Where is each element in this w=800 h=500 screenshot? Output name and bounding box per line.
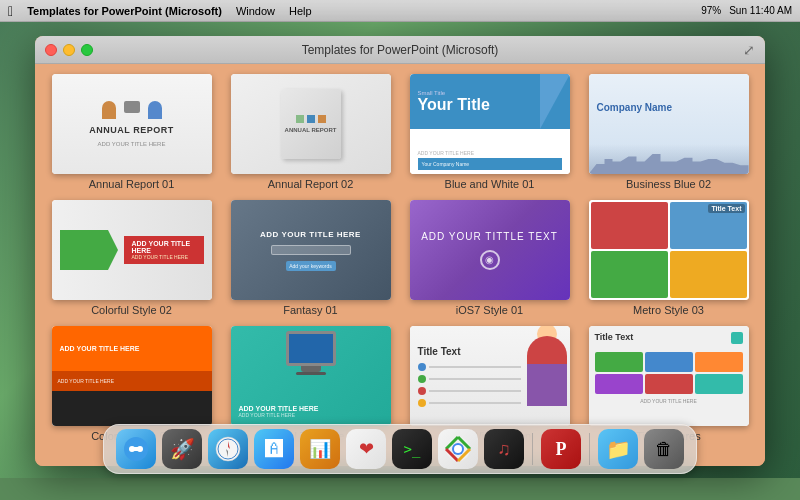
tp-title: Title Text [418,346,521,357]
template-thumb-business-blue: Company Name [589,74,749,174]
ts-sq-teal [695,374,743,394]
template-thumb-annual-02: ANNUAL REPORT [231,74,391,174]
annual-01-sub: ADD YOUR TITLE HERE [98,141,166,147]
template-thumb-fantasy-01: ADD YOUR TITLE HERE Add your keywords [231,200,391,300]
close-button[interactable] [45,44,57,56]
menu-window[interactable]: Window [236,5,275,17]
template-label-colorful-02: Colorful Style 02 [91,304,172,316]
terminal-icon: >_ [404,441,421,457]
window-titlebar: Templates for PowerPoint (Microsoft) ⤢ [35,36,765,64]
apple-menu[interactable]:  [8,3,13,19]
ts-main-title: Title Text [595,332,634,342]
window-content: ANNUAL REPORT ADD YOUR TITLE HERE Annual… [35,64,765,466]
ts-sq-purple [595,374,643,394]
template-label-annual-01: Annual Report 01 [89,178,175,190]
or-sub: ADD YOUR TITLE HERE [58,378,115,384]
ios7-circle: ◉ [480,250,500,270]
template-metro-03[interactable]: Title Text Metro Style 03 [584,200,753,316]
powerpoint-label: P [556,439,567,460]
cf-sub: ADD YOUR TITLE HERE [132,254,196,260]
expand-icon[interactable]: ⤢ [743,42,755,58]
folder-icon: 📁 [606,437,631,461]
dock-icon-terminal[interactable]: >_ [392,429,432,469]
metro-cell-3 [591,251,668,298]
template-annual-report-02[interactable]: ANNUAL REPORT Annual Report 02 [226,74,395,190]
dock: 🚀 🅰 📊 ❤ [103,424,697,474]
teal-title: ADD YOUR TITLE HERE [239,405,319,412]
trash-icon: 🗑 [655,439,673,460]
metro-label: Title Text [708,204,744,213]
dock-icon-powerpoint[interactable]: P [541,429,581,469]
menu-bar:  Templates for PowerPoint (Microsoft) W… [0,0,800,22]
maximize-button[interactable] [81,44,93,56]
metro-cell-4 [670,251,747,298]
bw-company: Your Company Name [422,161,470,167]
template-label-fantasy-01: Fantasy 01 [283,304,337,316]
template-thumb-title-squares: Title Text ADD YOUR TI [589,326,749,426]
desktop: Templates for PowerPoint (Microsoft) ⤢ [0,22,800,478]
template-thumb-ios7-01: ADD YOUR TITTLE TEXT ◉ [410,200,570,300]
svg-point-4 [216,437,240,461]
template-thumb-colorful-03: ADD YOUR TITLE HERE ADD YOUR TITLE HERE [52,326,212,426]
dock-icon-folder[interactable]: 📁 [598,429,638,469]
template-annual-report-01[interactable]: ANNUAL REPORT ADD YOUR TITLE HERE Annual… [47,74,216,190]
template-thumb-blue-white: Small Title Your Title ADD YOUR TITLE HE… [410,74,570,174]
svg-point-10 [454,445,462,453]
template-label-annual-02: Annual Report 02 [268,178,354,190]
template-thumb-annual-01: ANNUAL REPORT ADD YOUR TITLE HERE [52,74,212,174]
window-controls [45,44,93,56]
dock-icon-health[interactable]: ❤ [346,429,386,469]
bb-title: Company Name [597,102,673,113]
template-thumb-title-person: Title Text [410,326,570,426]
template-ios7-01[interactable]: ADD YOUR TITTLE TEXT ◉ iOS7 Style 01 [405,200,574,316]
minimize-button[interactable] [63,44,75,56]
annual-01-title: ANNUAL REPORT [89,125,173,135]
template-thumb-teal: ADD YOUR TITLE HERE ADD YOUR TITLE HERE [231,326,391,426]
ts-sq-orange [695,352,743,372]
dock-icon-trash[interactable]: 🗑 [644,429,684,469]
svg-rect-3 [132,447,140,451]
template-label-ios7: iOS7 Style 01 [456,304,523,316]
battery-status: 97% [701,5,721,16]
health-icon: ❤ [359,438,374,460]
menu-help[interactable]: Help [289,5,312,17]
template-business-blue-02[interactable]: Company Name Business Blue 02 [584,74,753,190]
template-thumb-metro-03: Title Text [589,200,749,300]
template-blue-white-01[interactable]: Small Title Your Title ADD YOUR TITLE HE… [405,74,574,190]
dock-icon-safari[interactable] [208,429,248,469]
dock-icon-slides[interactable]: 📊 [300,429,340,469]
dock-icon-chrome[interactable] [438,429,478,469]
ts-sq-blue [645,352,693,372]
launchpad-emoji: 🚀 [170,437,195,461]
template-label-metro-03: Metro Style 03 [633,304,704,316]
template-fantasy-01[interactable]: ADD YOUR TITLE HERE Add your keywords Fa… [226,200,395,316]
metro-cell-1 [591,202,668,249]
dock-icon-finder[interactable] [116,429,156,469]
app-menu-name[interactable]: Templates for PowerPoint (Microsoft) [27,5,222,17]
dock-divider-2 [589,433,590,465]
ts-label: ADD YOUR TITLE HERE [595,398,743,404]
cf-title: ADD YOUR TITLE HERE [132,240,196,254]
fy-title: ADD YOUR TITLE HERE [260,230,361,239]
slides-emoji: 📊 [309,438,331,460]
ts-sq-red [645,374,693,394]
teal-monitor [286,331,336,375]
template-colorful-02[interactable]: ADD YOUR TITLE HERE ADD YOUR TITLE HERE … [47,200,216,316]
template-thumb-colorful-02: ADD YOUR TITLE HERE ADD YOUR TITLE HERE [52,200,212,300]
dock-icon-appstore[interactable]: 🅰 [254,429,294,469]
fy-btn-text: Add your keywords [289,263,332,269]
templates-grid: ANNUAL REPORT ADD YOUR TITLE HERE Annual… [47,74,753,442]
app-window: Templates for PowerPoint (Microsoft) ⤢ [35,36,765,466]
annual-02-title: ANNUAL REPORT [285,127,337,133]
window-title: Templates for PowerPoint (Microsoft) [302,43,499,57]
template-label-blue-white: Blue and White 01 [445,178,535,190]
bw-sub: ADD YOUR TITLE HERE [418,150,562,156]
dock-icon-music[interactable]: ♫ [484,429,524,469]
music-icon: ♫ [497,439,511,460]
ios7-title: ADD YOUR TITTLE TEXT [421,231,558,242]
dock-container: 🚀 🅰 📊 ❤ [0,418,800,478]
dock-divider [532,433,533,465]
dock-icon-launchpad[interactable]: 🚀 [162,429,202,469]
or-title: ADD YOUR TITLE HERE [60,345,140,352]
clock: Sun 11:40 AM [729,5,792,16]
